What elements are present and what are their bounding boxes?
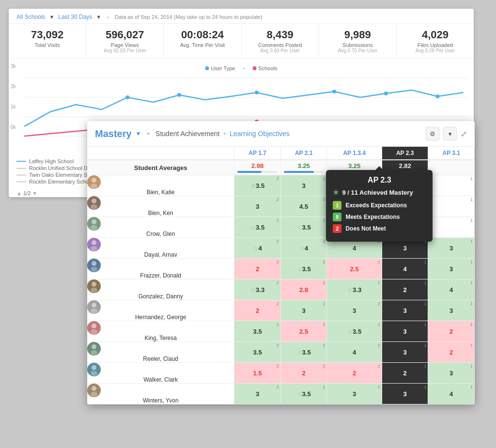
score-cell-10-4: 41	[428, 384, 475, 404]
star-icon: ☆	[253, 245, 258, 252]
score-cell-7-4: 21	[428, 321, 475, 342]
tooltip-label-exceeds: Exceeds Expectations	[345, 202, 407, 209]
score-value: 4.5	[299, 203, 308, 210]
score-cell-3-0: ☆42	[234, 238, 281, 259]
score-value: 3.3	[256, 286, 264, 294]
col-header-student	[87, 147, 234, 160]
score-value: 3.5	[253, 328, 262, 335]
score-count: 2	[378, 301, 380, 306]
avg-ap21: 3.25	[280, 160, 327, 175]
svg-point-5	[177, 93, 182, 97]
score-cell-9-0: 1.52	[234, 363, 281, 384]
score-count: 2	[277, 197, 279, 202]
score-count: 2	[378, 280, 380, 285]
score-count: 1	[470, 364, 473, 369]
svg-point-33	[91, 350, 97, 355]
stat-value-submissions: 9,989	[326, 29, 389, 41]
score-value: 2	[403, 286, 407, 294]
dropdown-btn[interactable]: ▾	[443, 127, 457, 140]
stat-label-submissions: Submissions	[326, 42, 389, 48]
score-value: 3	[450, 370, 453, 377]
student-cell-1: Bien, Ken	[87, 196, 234, 217]
score-value: 4	[353, 245, 356, 252]
svg-point-18	[92, 199, 96, 203]
score-value: 3.5	[302, 265, 311, 273]
student-cell-5: Gonzalez, Danny	[87, 279, 234, 300]
stat-value-time: 00:08:24	[170, 29, 234, 41]
score-value: 2	[256, 307, 259, 314]
chart-legend: User Type • Schools	[205, 65, 278, 71]
score-value: 3.5	[256, 224, 264, 231]
student-cell-9: Walker, Clark	[87, 363, 234, 384]
score-count: 1	[470, 260, 473, 264]
student-cell-4: Frazzer, Donald	[87, 259, 234, 279]
score-value: 2	[450, 349, 453, 356]
score-cell-9-4: 31	[428, 363, 475, 384]
student-cell-3: Dayal, Arnav	[87, 238, 234, 259]
tooltip-badge-meets: 8	[333, 213, 341, 221]
schools-filter[interactable]: All Schools	[16, 14, 45, 20]
settings-btn[interactable]: ⚙	[426, 127, 439, 140]
avatar	[87, 238, 101, 251]
student-name: Bien, Katie	[147, 189, 175, 196]
legend-separator: •	[243, 65, 245, 71]
col-header-ap23[interactable]: AP 2.3 AP 2.3 ★ 9 / 11 Achieved Mastery …	[382, 147, 428, 160]
avg-label: Student Averages	[134, 164, 187, 171]
stat-total-visits: 73,092 Total Visits	[9, 24, 86, 58]
svg-point-17	[91, 184, 97, 188]
stat-value-pageviews: 596,027	[93, 29, 156, 41]
score-cell-0-1: 32	[280, 175, 327, 196]
svg-point-36	[92, 386, 96, 391]
score-value: 3.5	[302, 390, 311, 398]
score-count: 2	[378, 260, 380, 264]
mastery-panel: Mastery ▼ • Student Achievement • Learni…	[87, 121, 475, 404]
col-header-ap17[interactable]: AP 1.7	[234, 147, 281, 160]
school-legend-line-3	[16, 175, 26, 175]
mastery-dropdown-icon[interactable]: ▼	[136, 130, 141, 137]
score-count: 2	[323, 385, 325, 389]
score-cell-1-1: 4.52	[280, 196, 327, 217]
svg-point-32	[92, 344, 96, 349]
score-cell-6-4: 31	[428, 300, 475, 321]
stat-label-comments: Comments Posted	[248, 42, 312, 48]
score-count: 2	[277, 280, 279, 285]
score-value: 4	[258, 245, 262, 252]
svg-point-9	[435, 94, 440, 98]
legend-dot-user-type	[205, 66, 209, 70]
tooltip-row-meets: 8 Meets Expectations	[333, 213, 426, 221]
svg-point-16	[92, 178, 96, 183]
student-name: Gonzalez, Danny	[139, 293, 183, 300]
col-header-ap31[interactable]: AP 3.1	[428, 147, 475, 160]
score-cell-5-3: 21	[382, 279, 428, 300]
legend-user-type: User Type	[205, 65, 235, 71]
student-cell-7: King, Teresa	[87, 321, 234, 342]
svg-point-28	[92, 303, 96, 308]
legend-label-schools: Schools	[258, 65, 277, 71]
score-cell-2-4: 1	[428, 217, 475, 238]
avatar	[87, 259, 101, 272]
score-cell-8-0: 3.52	[234, 342, 281, 363]
student-name: Crow, Glen	[146, 231, 175, 237]
stat-value-comments: 8,439	[248, 29, 312, 41]
star-icon: ☆	[297, 224, 302, 231]
tooltip-label-doesnotmeet: Does Not Meet	[345, 225, 386, 232]
school-name-4: Rocklin Elementary Scho...	[29, 179, 93, 185]
period-filter[interactable]: Last 30 Days	[58, 14, 92, 20]
legend-label-user-type: User Type	[211, 65, 235, 71]
score-count: 1	[470, 197, 473, 202]
stat-sub-submissions: Avg 0.70 Per User	[326, 48, 389, 53]
score-count: 2	[323, 343, 325, 348]
svg-point-7	[332, 90, 337, 93]
expand-btn[interactable]: ⤢	[461, 129, 467, 139]
tooltip-badge-doesnotmeet: 2	[333, 224, 341, 233]
col-header-ap134[interactable]: AP 1.3.4	[327, 147, 382, 160]
learning-objectives-link[interactable]: Learning Objectives	[230, 130, 290, 138]
score-value: 4	[450, 286, 453, 294]
score-cell-0-0: ☆3.52	[234, 175, 281, 196]
score-count: 2	[277, 176, 279, 181]
col-header-ap21[interactable]: AP 2.1	[280, 147, 327, 160]
score-value: 3	[302, 182, 306, 189]
score-count: 1	[470, 322, 473, 327]
score-cell-8-3: 31	[382, 342, 428, 363]
student-info-5: Gonzalez, Danny	[87, 279, 234, 300]
